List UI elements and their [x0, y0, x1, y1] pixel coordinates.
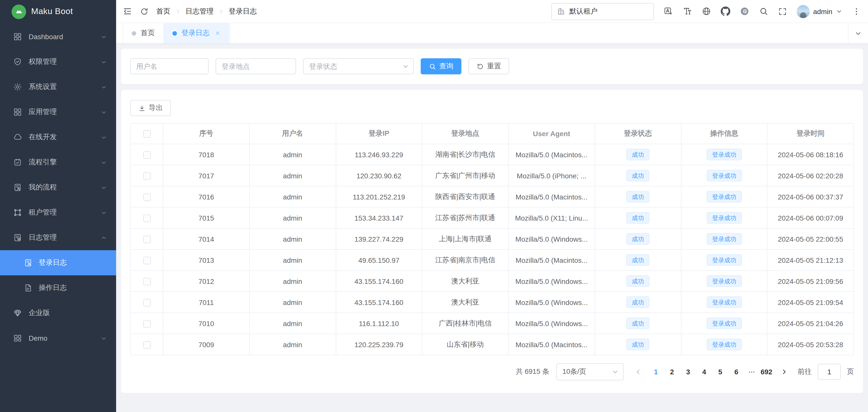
close-tab-icon[interactable]	[215, 30, 221, 36]
cell-login-time: 2024-05-05 22:00:55	[768, 228, 854, 250]
globe-icon[interactable]	[702, 6, 711, 16]
cloud-icon	[13, 133, 22, 142]
table-row: 7014admin139.227.74.229上海|上海市|联通Mozilla/…	[130, 228, 854, 250]
username: admin	[813, 7, 832, 15]
shield-icon	[13, 57, 22, 66]
cell-operation: 登录成功	[681, 271, 768, 292]
next-page-button[interactable]	[778, 364, 790, 380]
collapse-sidebar-icon[interactable]	[123, 6, 132, 16]
breadcrumb: 首页日志管理登录日志	[156, 7, 257, 16]
cell-login-time: 2024-05-05 21:09:54	[768, 292, 854, 313]
cell-login-ip: 153.34.233.147	[336, 207, 422, 228]
page-number[interactable]: 3	[680, 364, 696, 380]
tenant-value: 默认租户	[569, 7, 598, 16]
page-number[interactable]: 6	[728, 364, 744, 380]
cell-location: 广西|桂林市|电信	[422, 313, 509, 334]
page-number[interactable]: 2	[664, 364, 680, 380]
row-checkbox[interactable]	[143, 172, 151, 180]
cell-no: 7010	[163, 313, 250, 334]
login-status-select[interactable]	[303, 58, 414, 74]
cell-user-agent: Mozilla/5.0 (Macintos...	[508, 186, 595, 207]
github-icon[interactable]	[721, 6, 730, 16]
search-icon[interactable]	[759, 6, 769, 16]
more-pages-icon[interactable]	[744, 368, 758, 376]
sidebar-item-system-settings[interactable]: 系统设置	[0, 74, 116, 99]
column-header: 用户名	[250, 123, 336, 144]
row-checkbox[interactable]	[143, 299, 151, 307]
chevron-down-icon	[100, 209, 107, 216]
font-size-icon[interactable]	[683, 6, 692, 16]
tab-login-log[interactable]: 登录日志	[164, 23, 230, 43]
sidebar-item-permission[interactable]: 权限管理	[0, 49, 116, 74]
table-row: 7012admin43.155.174.160澳大利亚Mozilla/5.0 (…	[130, 271, 854, 292]
sidebar-item-log[interactable]: 日志管理	[0, 225, 116, 250]
login-location-input[interactable]	[216, 58, 296, 74]
status-badge: 成功	[626, 212, 649, 224]
cell-login-ip: 49.65.150.97	[336, 250, 422, 271]
row-checkbox[interactable]	[143, 215, 151, 222]
sidebar-item-operation-log[interactable]: 操作日志	[0, 275, 116, 300]
cell-login-ip: 113.246.93.229	[336, 144, 422, 165]
row-checkbox[interactable]	[143, 235, 151, 243]
column-header: User Agent	[508, 123, 595, 144]
cell-login-time: 2024-05-06 08:18:16	[768, 144, 854, 165]
breadcrumb-item[interactable]: 日志管理	[185, 7, 214, 16]
cell-login-time: 2024-05-05 21:04:26	[768, 313, 854, 334]
search-button[interactable]: 查询	[421, 58, 461, 74]
page-number[interactable]: 5	[712, 364, 728, 380]
user-menu[interactable]: admin	[797, 5, 842, 18]
page-number[interactable]: 1	[648, 364, 664, 380]
cell-user-agent: Mozilla/5.0 (Windows...	[508, 228, 595, 250]
username-input[interactable]	[130, 58, 209, 74]
sidebar-item-demo[interactable]: Demo	[0, 325, 116, 351]
operation-badge: 登录成功	[707, 233, 742, 245]
prev-page-button[interactable]	[632, 364, 645, 380]
page-number[interactable]: 4	[696, 364, 712, 380]
sidebar-item-my-flow[interactable]: 我的流程	[0, 175, 116, 200]
column-header: 登录地点	[422, 123, 509, 144]
fullscreen-icon[interactable]	[778, 7, 787, 16]
sidebar-item-enterprise[interactable]: 企业版	[0, 300, 116, 325]
cell-username: admin	[250, 207, 336, 228]
row-checkbox[interactable]	[143, 278, 151, 285]
tab-home[interactable]: 首页	[123, 23, 164, 43]
breadcrumb-item[interactable]: 首页	[156, 7, 170, 16]
cell-select	[130, 250, 163, 271]
refresh-icon[interactable]	[140, 7, 149, 16]
page-size-select[interactable]: 10条/页	[556, 363, 624, 380]
table-body: 7018admin113.246.93.229湖南省|长沙市|电信Mozilla…	[130, 144, 854, 355]
sidebar-item-login-log[interactable]: 登录日志	[0, 250, 116, 275]
export-button[interactable]: 导出	[130, 100, 171, 116]
sidebar-item-label: 日志管理	[29, 233, 57, 242]
login-status-input[interactable]	[303, 58, 414, 74]
reset-button[interactable]: 重置	[468, 58, 509, 74]
tenant-icon	[13, 208, 22, 217]
sidebar-menu: Dashboard权限管理系统设置应用管理在线开发流程引擎我的流程租户管理日志管…	[0, 23, 116, 412]
operation-badge: 登录成功	[707, 212, 742, 224]
row-checkbox[interactable]	[143, 193, 151, 201]
select-all-checkbox[interactable]	[143, 130, 151, 138]
gitee-icon[interactable]	[740, 6, 749, 16]
translate-icon[interactable]	[663, 6, 673, 16]
row-checkbox[interactable]	[143, 257, 151, 264]
sidebar-item-online-dev[interactable]: 在线开发	[0, 125, 116, 150]
more-settings-icon[interactable]	[852, 7, 861, 16]
search-icon	[429, 63, 436, 70]
row-checkbox[interactable]	[143, 341, 151, 349]
row-checkbox[interactable]	[143, 151, 151, 159]
breadcrumb-item[interactable]: 登录日志	[229, 7, 257, 16]
tab-options-dropdown[interactable]	[848, 23, 868, 43]
chevron-down-icon	[100, 184, 107, 191]
table-row: 7011admin43.155.174.160澳大利亚Mozilla/5.0 (…	[130, 292, 854, 313]
row-checkbox[interactable]	[143, 320, 151, 327]
tenant-select[interactable]: 默认租户	[551, 3, 654, 20]
goto-page-input[interactable]	[818, 364, 841, 380]
sidebar-item-flow-engine[interactable]: 流程引擎	[0, 150, 116, 175]
office-building-icon	[557, 7, 565, 15]
status-badge: 成功	[626, 254, 649, 266]
sidebar-item-app-management[interactable]: 应用管理	[0, 99, 116, 125]
sidebar-item-tenant[interactable]: 租户管理	[0, 200, 116, 225]
apps-icon	[13, 107, 22, 117]
sidebar-item-dashboard[interactable]: Dashboard	[0, 24, 116, 49]
page-number-last[interactable]: 692	[758, 364, 775, 380]
